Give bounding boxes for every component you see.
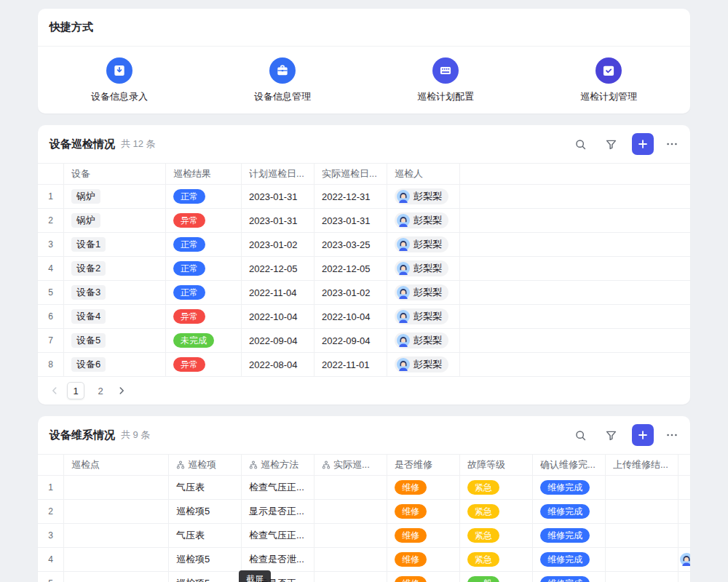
column-header[interactable]: 是否维修 xyxy=(387,455,460,476)
planned-date-cell[interactable]: 2022-09-04 xyxy=(242,329,314,353)
level-cell[interactable]: 紧急 xyxy=(460,500,533,524)
shortcut-item-1[interactable]: 设备信息录入 xyxy=(38,57,201,103)
level-cell[interactable]: 紧急 xyxy=(460,524,533,548)
method-cell[interactable]: 显示是否正... xyxy=(242,500,314,524)
confirm-cell[interactable]: 维修完成 xyxy=(533,476,606,500)
planned-date-cell[interactable]: 2023-01-31 xyxy=(242,185,314,209)
upload-cell[interactable] xyxy=(606,500,678,524)
inspector-cell[interactable]: 彭梨梨 xyxy=(387,209,460,233)
more-menu-icon[interactable] xyxy=(665,428,678,442)
add-record-button[interactable] xyxy=(632,424,654,446)
result-cell[interactable]: 正常 xyxy=(166,281,242,305)
extra-cell[interactable] xyxy=(678,476,690,500)
device-cell[interactable]: 设备4 xyxy=(64,305,166,329)
column-header[interactable]: 巡检点 xyxy=(64,455,169,476)
pagination-page-1[interactable]: 1 xyxy=(67,382,84,399)
column-header[interactable]: 巡检人 xyxy=(387,164,460,185)
method-cell[interactable]: 检查气压正... xyxy=(242,476,314,500)
pagination-next-icon[interactable] xyxy=(116,386,127,396)
filter-icon[interactable] xyxy=(604,137,617,151)
item-cell[interactable]: 气压表 xyxy=(169,524,242,548)
actual-date-cell[interactable]: 2022-12-31 xyxy=(314,185,387,209)
confirm-cell[interactable]: 维修完成 xyxy=(533,500,606,524)
item-cell[interactable]: 巡检项5 xyxy=(169,548,242,572)
filter-icon[interactable] xyxy=(604,428,617,442)
method-cell[interactable]: 检查是否泄... xyxy=(242,548,314,572)
point-cell[interactable] xyxy=(64,476,169,500)
inspector-cell[interactable]: 彭梨梨 xyxy=(387,305,460,329)
planned-date-cell[interactable]: 2023-01-02 xyxy=(242,233,314,257)
item-cell[interactable]: 气压表 xyxy=(169,476,242,500)
column-header[interactable]: 巡检结果 xyxy=(166,164,242,185)
extra-cell[interactable] xyxy=(678,572,690,582)
upload-cell[interactable] xyxy=(606,572,678,582)
column-header[interactable]: 设备 xyxy=(64,164,166,185)
device-cell[interactable]: 设备1 xyxy=(64,233,166,257)
device-cell[interactable]: 设备5 xyxy=(64,329,166,353)
extra-cell[interactable] xyxy=(678,524,690,548)
shortcut-item-3[interactable]: 巡检计划配置 xyxy=(364,57,527,103)
method-cell[interactable]: 检查气压正... xyxy=(242,524,314,548)
item-cell[interactable]: 巡检项5 xyxy=(169,572,242,582)
planned-date-cell[interactable]: 2022-08-04 xyxy=(242,353,314,377)
device-cell[interactable]: 设备2 xyxy=(64,257,166,281)
actual-result-cell[interactable] xyxy=(314,476,387,500)
result-cell[interactable]: 正常 xyxy=(166,257,242,281)
result-cell[interactable]: 异常 xyxy=(166,305,242,329)
repair-cell[interactable]: 维修 xyxy=(387,476,460,500)
column-header[interactable]: 计划巡检日... xyxy=(242,164,314,185)
upload-cell[interactable] xyxy=(606,548,678,572)
confirm-cell[interactable]: 维修完成 xyxy=(533,524,606,548)
result-cell[interactable]: 异常 xyxy=(166,209,242,233)
point-cell[interactable] xyxy=(64,500,169,524)
item-cell[interactable]: 巡检项5 xyxy=(169,500,242,524)
extra-cell[interactable] xyxy=(678,500,690,524)
upload-cell[interactable] xyxy=(606,524,678,548)
column-header[interactable]: 巡检方法 xyxy=(242,455,314,476)
planned-date-cell[interactable]: 2022-12-05 xyxy=(242,257,314,281)
inspector-cell[interactable]: 彭梨梨 xyxy=(387,329,460,353)
inspector-cell[interactable]: 彭梨梨 xyxy=(387,185,460,209)
column-header[interactable]: 实际巡检日... xyxy=(314,164,387,185)
device-cell[interactable]: 设备6 xyxy=(64,353,166,377)
planned-date-cell[interactable]: 2022-10-04 xyxy=(242,305,314,329)
actual-result-cell[interactable] xyxy=(314,524,387,548)
search-icon[interactable] xyxy=(574,137,587,151)
actual-date-cell[interactable]: 2022-12-05 xyxy=(314,257,387,281)
repair-cell[interactable]: 维修 xyxy=(387,524,460,548)
inspector-cell[interactable]: 彭梨梨 xyxy=(387,257,460,281)
result-cell[interactable]: 异常 xyxy=(166,353,242,377)
shortcut-item-4[interactable]: 巡检计划管理 xyxy=(527,57,690,103)
level-cell[interactable]: 紧急 xyxy=(460,548,533,572)
inspector-cell[interactable]: 彭梨梨 xyxy=(387,233,460,257)
actual-date-cell[interactable]: 2023-01-31 xyxy=(314,209,387,233)
repair-cell[interactable]: 维修 xyxy=(387,548,460,572)
actual-result-cell[interactable] xyxy=(314,572,387,582)
column-header[interactable]: 实际巡... xyxy=(314,455,387,476)
pagination-prev-icon[interactable] xyxy=(50,386,60,396)
device-cell[interactable]: 锅炉 xyxy=(64,185,166,209)
pagination-page-2[interactable]: 2 xyxy=(92,382,109,399)
inspector-cell[interactable]: 彭梨梨 xyxy=(387,353,460,377)
actual-date-cell[interactable]: 2022-11-01 xyxy=(314,353,387,377)
actual-result-cell[interactable] xyxy=(314,500,387,524)
more-menu-icon[interactable] xyxy=(665,137,678,151)
column-header[interactable]: 维 xyxy=(678,455,693,476)
point-cell[interactable] xyxy=(64,524,169,548)
result-cell[interactable]: 正常 xyxy=(166,185,242,209)
extra-cell[interactable] xyxy=(678,548,690,572)
search-icon[interactable] xyxy=(574,428,587,442)
level-cell[interactable]: 紧急 xyxy=(460,476,533,500)
column-header[interactable]: 确认维修完... xyxy=(533,455,606,476)
shortcut-item-2[interactable]: 设备信息管理 xyxy=(201,57,364,103)
upload-cell[interactable] xyxy=(606,476,678,500)
repair-cell[interactable]: 维修 xyxy=(387,572,460,582)
confirm-cell[interactable]: 维修完成 xyxy=(533,572,606,582)
actual-date-cell[interactable]: 2023-01-02 xyxy=(314,281,387,305)
column-header[interactable]: 上传维修结... xyxy=(606,455,678,476)
confirm-cell[interactable]: 维修完成 xyxy=(533,548,606,572)
column-header[interactable]: 故障等级 xyxy=(460,455,533,476)
add-record-button[interactable] xyxy=(632,133,654,155)
inspector-cell[interactable]: 彭梨梨 xyxy=(387,281,460,305)
device-cell[interactable]: 锅炉 xyxy=(64,209,166,233)
